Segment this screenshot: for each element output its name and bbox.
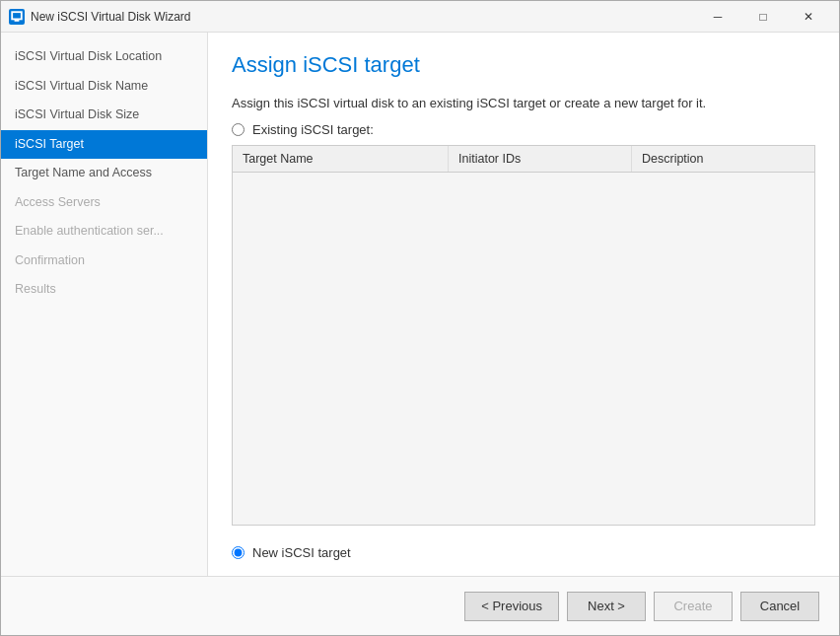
new-target-label[interactable]: New iSCSI target [252, 545, 351, 560]
wizard-window: New iSCSI Virtual Disk Wizard ─ □ ✕ iSCS… [0, 0, 840, 636]
close-button[interactable]: ✕ [786, 1, 831, 33]
window-title: New iSCSI Virtual Disk Wizard [31, 10, 695, 24]
col-target-name: Target Name [233, 146, 449, 172]
page-title: Assign iSCSI target [232, 52, 815, 78]
sidebar-item-access-servers: Access Servers [1, 188, 207, 218]
page-description: Assign this iSCSI virtual disk to an exi… [232, 96, 815, 110]
new-target-option: New iSCSI target [232, 545, 815, 560]
sidebar-item-auth: Enable authentication ser... [1, 217, 207, 247]
sidebar-item-location[interactable]: iSCSI Virtual Disk Location [1, 42, 207, 72]
sidebar-item-results: Results [1, 275, 207, 305]
sidebar: iSCSI Virtual Disk Location iSCSI Virtua… [1, 33, 208, 576]
col-description: Description [632, 146, 814, 172]
sidebar-item-name[interactable]: iSCSI Virtual Disk Name [1, 72, 207, 102]
svg-rect-0 [12, 12, 22, 19]
content-area: iSCSI Virtual Disk Location iSCSI Virtua… [1, 33, 839, 576]
sidebar-item-size[interactable]: iSCSI Virtual Disk Size [1, 101, 207, 130]
title-bar: New iSCSI Virtual Disk Wizard ─ □ ✕ [1, 1, 839, 33]
existing-target-radio[interactable] [232, 123, 245, 136]
new-target-radio[interactable] [232, 546, 245, 559]
table-header: Target Name Initiator IDs Description [233, 146, 814, 173]
previous-button[interactable]: < Previous [464, 592, 559, 621]
main-content: Assign iSCSI target Assign this iSCSI vi… [208, 33, 839, 576]
cancel-button[interactable]: Cancel [740, 592, 819, 621]
existing-target-label[interactable]: Existing iSCSI target: [252, 122, 374, 137]
existing-targets-table: Target Name Initiator IDs Description [232, 145, 815, 526]
minimize-button[interactable]: ─ [695, 1, 740, 33]
maximize-button[interactable]: □ [740, 1, 786, 33]
next-button[interactable]: Next > [567, 592, 646, 621]
create-button[interactable]: Create [654, 592, 733, 621]
sidebar-item-confirmation: Confirmation [1, 247, 207, 276]
sidebar-item-target-name[interactable]: Target Name and Access [1, 159, 207, 188]
window-controls: ─ □ ✕ [695, 1, 831, 33]
col-initiator-ids: Initiator IDs [449, 146, 632, 172]
footer: < Previous Next > Create Cancel [1, 576, 839, 635]
svg-rect-1 [15, 19, 20, 21]
sidebar-item-target[interactable]: iSCSI Target [1, 130, 207, 160]
existing-target-option: Existing iSCSI target: [232, 122, 815, 137]
app-icon [9, 9, 25, 25]
